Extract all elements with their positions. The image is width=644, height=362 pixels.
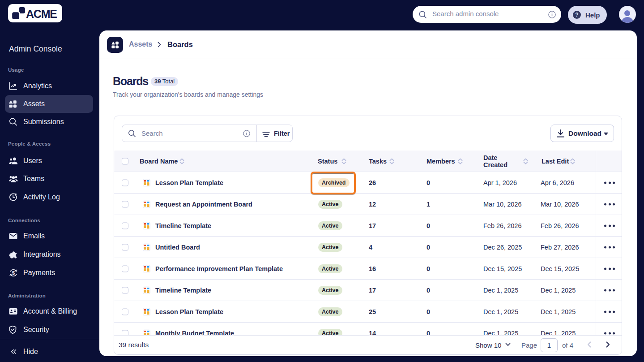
svg-text:$: $ [12,270,15,276]
